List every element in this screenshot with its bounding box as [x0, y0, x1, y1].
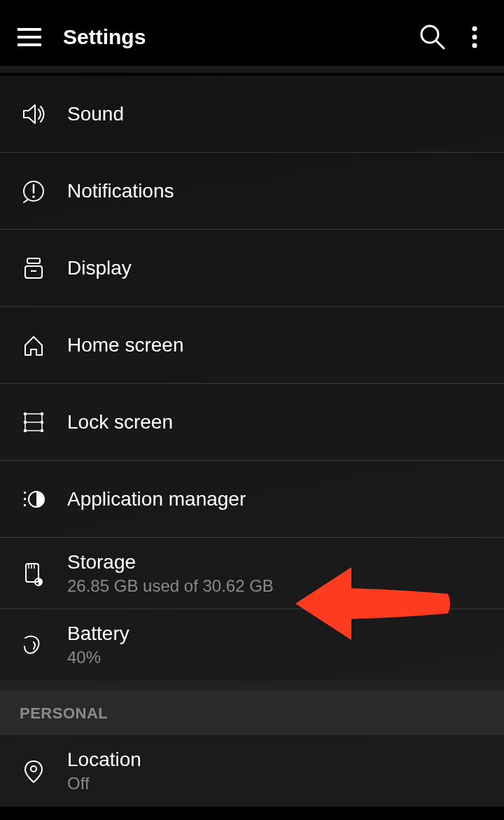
settings-item-storage[interactable]: Storage 26.85 GB used of 30.62 GB — [0, 538, 504, 609]
home-icon — [21, 333, 46, 358]
svg-point-33 — [31, 766, 36, 772]
sound-icon — [21, 102, 46, 127]
settings-item-location[interactable]: Location Off — [0, 735, 504, 807]
svg-point-7 — [472, 43, 477, 48]
svg-rect-26 — [24, 504, 26, 506]
hamburger-icon — [18, 28, 41, 46]
lock-screen-icon — [21, 410, 46, 435]
application-manager-icon — [21, 487, 46, 512]
svg-point-5 — [472, 27, 477, 32]
section-gap — [0, 681, 504, 690]
settings-item-display[interactable]: Display — [0, 230, 504, 307]
svg-rect-12 — [25, 266, 42, 278]
settings-item-lock-screen[interactable]: Lock screen — [0, 384, 504, 461]
search-button[interactable] — [416, 20, 449, 54]
page-title: Settings — [63, 25, 416, 49]
status-bar — [0, 0, 504, 8]
storage-icon — [21, 561, 46, 586]
item-label: Storage — [67, 551, 274, 574]
notifications-icon — [21, 179, 46, 204]
svg-rect-24 — [24, 492, 26, 494]
svg-point-10 — [32, 195, 35, 198]
settings-item-battery[interactable]: Battery 40% — [0, 609, 504, 681]
menu-button[interactable] — [13, 20, 46, 54]
item-label: Application manager — [67, 488, 246, 510]
settings-item-sound[interactable]: Sound — [0, 76, 504, 153]
svg-line-4 — [436, 41, 444, 48]
item-sublabel: Off — [67, 774, 141, 793]
svg-point-6 — [472, 35, 477, 40]
more-vertical-icon — [472, 26, 477, 48]
settings-list: Sound Notifications Display — [0, 76, 504, 807]
item-label: Battery — [67, 623, 130, 645]
divider — [0, 66, 504, 73]
location-icon — [21, 758, 46, 784]
item-label: Location — [67, 749, 141, 771]
item-label: Lock screen — [67, 411, 173, 433]
overflow-button[interactable] — [458, 20, 491, 54]
item-label: Sound — [67, 103, 124, 125]
svg-rect-11 — [27, 258, 40, 263]
item-sublabel: 40% — [67, 648, 130, 667]
display-icon — [21, 256, 46, 281]
item-label: Home screen — [67, 334, 184, 356]
svg-rect-25 — [24, 498, 26, 500]
svg-rect-1 — [18, 36, 41, 39]
item-sublabel: 26.85 GB used of 30.62 GB — [67, 576, 274, 596]
svg-rect-2 — [18, 43, 41, 46]
svg-rect-0 — [18, 28, 41, 31]
item-label: Display — [67, 257, 132, 279]
app-bar: Settings — [0, 8, 504, 66]
section-header-personal: PERSONAL — [0, 690, 504, 735]
battery-icon — [21, 632, 46, 658]
settings-item-application-manager[interactable]: Application manager — [0, 461, 504, 538]
settings-item-home-screen[interactable]: Home screen — [0, 307, 504, 384]
settings-item-notifications[interactable]: Notifications — [0, 153, 504, 230]
item-label: Notifications — [67, 180, 174, 202]
search-icon — [419, 23, 447, 51]
